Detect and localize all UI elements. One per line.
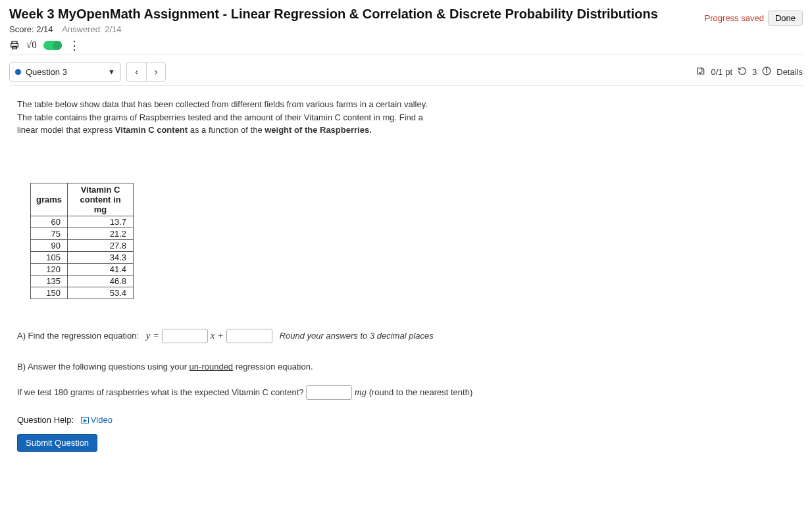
- prediction-input[interactable]: [306, 385, 352, 400]
- question-selector[interactable]: Question 3 ▼: [9, 62, 121, 82]
- table-row: 13546.8: [31, 275, 134, 287]
- print-icon[interactable]: [9, 40, 20, 51]
- done-button[interactable]: Done: [768, 11, 803, 26]
- svg-rect-2: [13, 46, 17, 49]
- info-icon[interactable]: [762, 66, 771, 78]
- divider: [9, 55, 803, 55]
- intercept-input[interactable]: [226, 329, 272, 343]
- question-prompt: The table below show data that has been …: [17, 98, 438, 137]
- table-row: 9027.8: [31, 239, 134, 251]
- part-b: B) Answer the following questions using …: [17, 358, 659, 402]
- part-a: A) Find the regression equation: y = x +…: [17, 325, 659, 345]
- video-icon: [81, 417, 89, 423]
- table-row: 15053.4: [31, 287, 134, 299]
- table-row: 10534.3: [31, 251, 134, 263]
- math-keyboard-icon[interactable]: √0: [26, 39, 37, 51]
- progress-saved-label: Progress saved: [705, 13, 764, 23]
- points-label: 0/1 pt: [711, 67, 732, 77]
- question-selector-label: Question 3: [26, 67, 67, 77]
- table-header-grams: grams: [31, 183, 68, 216]
- toggle-switch[interactable]: [43, 41, 62, 50]
- table-header-vitamin: Vitamin C content in mg: [68, 183, 134, 216]
- data-table: grams Vitamin C content in mg 6013.77521…: [30, 183, 134, 299]
- video-help-link[interactable]: Video: [81, 415, 113, 425]
- question-help: Question Help: Video: [17, 415, 659, 425]
- submit-question-button[interactable]: Submit Question: [17, 434, 97, 452]
- answered-label: Answered: 2/14: [62, 24, 121, 34]
- page-title: Week 3 MyOpenMath Assignment - Linear Re…: [9, 7, 658, 22]
- chevron-down-icon: ▼: [108, 68, 115, 76]
- table-row: 7521.2: [31, 228, 134, 239]
- divider: [9, 85, 803, 86]
- svg-point-5: [767, 68, 767, 69]
- prev-question-button[interactable]: ‹: [126, 62, 146, 82]
- score-label: Score: 2/14: [9, 24, 53, 34]
- slope-input[interactable]: [162, 329, 208, 343]
- retries-label: 3: [752, 67, 757, 77]
- table-row: 6013.7: [31, 216, 134, 228]
- more-menu-icon[interactable]: ⋮: [68, 42, 80, 49]
- table-row: 12041.4: [31, 263, 134, 275]
- attempt-icon: [696, 66, 705, 78]
- details-link[interactable]: Details: [776, 67, 803, 77]
- status-dot-icon: [15, 69, 21, 75]
- next-question-button[interactable]: ›: [146, 62, 166, 82]
- retry-icon: [738, 66, 747, 78]
